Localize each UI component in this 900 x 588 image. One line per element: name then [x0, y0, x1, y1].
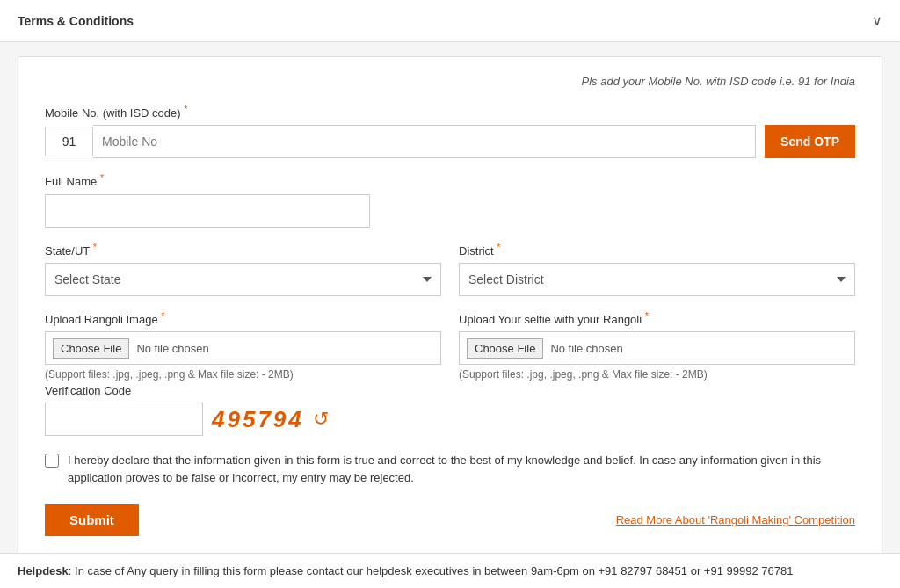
isd-code: 91 [45, 127, 93, 156]
choose-rangoli-file-button[interactable]: Choose File [53, 338, 129, 359]
district-col: District * Select District [459, 242, 855, 296]
upload-selfie-col: Upload Your selfie with your Rangoli * C… [459, 310, 855, 381]
choose-selfie-file-button[interactable]: Choose File [467, 338, 543, 359]
helpdesk-text: : In case of Any query in filling this f… [69, 564, 794, 577]
upload-rangoli-label: Upload Rangoli Image * [45, 310, 441, 326]
submit-button[interactable]: Submit [45, 504, 139, 536]
full-name-label: Full Name * [45, 172, 855, 188]
rangoli-no-file-text: No file chosen [136, 342, 208, 355]
chevron-down-icon: ∨ [872, 12, 882, 29]
state-label: State/UT * [45, 242, 441, 258]
state-select[interactable]: Select State Andhra Pradesh Bihar Delhi … [45, 263, 441, 296]
declaration-checkbox[interactable] [45, 454, 59, 468]
upload-row: Upload Rangoli Image * Choose File No fi… [45, 310, 855, 381]
state-col: State/UT * Select State Andhra Pradesh B… [45, 242, 441, 296]
mobile-input[interactable] [93, 125, 756, 158]
hint-text: Pls add your Mobile No. with ISD code i.… [45, 75, 855, 88]
declaration-text: I hereby declare that the information gi… [68, 452, 855, 486]
full-name-section: Full Name * [45, 172, 855, 227]
district-select[interactable]: Select District [459, 263, 855, 296]
verification-input[interactable] [45, 403, 203, 436]
full-name-input[interactable] [45, 194, 370, 228]
terms-bar-title: Terms & Conditions [18, 14, 134, 28]
refresh-captcha-icon[interactable]: ↺ [313, 408, 329, 431]
verification-row: 495794 ↺ [45, 403, 855, 436]
verification-section: Verification Code 495794 ↺ [45, 384, 855, 436]
terms-bar[interactable]: Terms & Conditions ∨ [0, 0, 900, 42]
read-more-link[interactable]: Read More About 'Rangoli Making' Competi… [616, 513, 855, 526]
selfie-no-file-text: No file chosen [550, 342, 622, 355]
upload-selfie-label: Upload Your selfie with your Rangoli * [459, 310, 855, 326]
send-otp-button[interactable]: Send OTP [765, 125, 855, 158]
helpdesk-bar: Helpdesk: In case of Any query in fillin… [0, 553, 900, 588]
mobile-row: 91 Send OTP [45, 125, 855, 158]
district-label: District * [459, 242, 855, 258]
form-card: Pls add your Mobile No. with ISD code i.… [18, 56, 882, 563]
captcha-code: 495794 [212, 406, 304, 433]
rangoli-support-text: (Support files: .jpg, .jpeg, .png & Max … [45, 368, 441, 381]
bottom-row: Submit Read More About 'Rangoli Making' … [45, 504, 855, 536]
helpdesk-label: Helpdesk [18, 564, 69, 577]
state-district-row: State/UT * Select State Andhra Pradesh B… [45, 242, 855, 296]
upload-rangoli-col: Upload Rangoli Image * Choose File No fi… [45, 310, 441, 381]
selfie-file-input-wrapper: Choose File No file chosen [459, 331, 855, 365]
rangoli-file-input-wrapper: Choose File No file chosen [45, 331, 441, 365]
declaration-row: I hereby declare that the information gi… [45, 452, 855, 486]
verification-label: Verification Code [45, 384, 855, 397]
mobile-section: Mobile No. (with ISD code) * 91 Send OTP [45, 104, 855, 158]
mobile-label: Mobile No. (with ISD code) * [45, 104, 855, 120]
selfie-support-text: (Support files: .jpg, .jpeg, .png & Max … [459, 368, 855, 381]
